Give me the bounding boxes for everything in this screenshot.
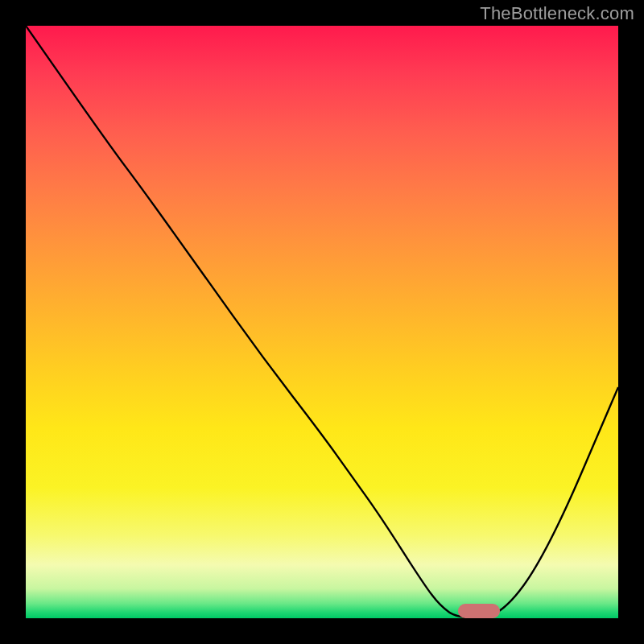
watermark-text: TheBottleneck.com: [480, 3, 634, 24]
plot-area: [26, 26, 618, 618]
optimal-range-marker: [458, 604, 500, 618]
bottleneck-curve: [26, 26, 618, 618]
